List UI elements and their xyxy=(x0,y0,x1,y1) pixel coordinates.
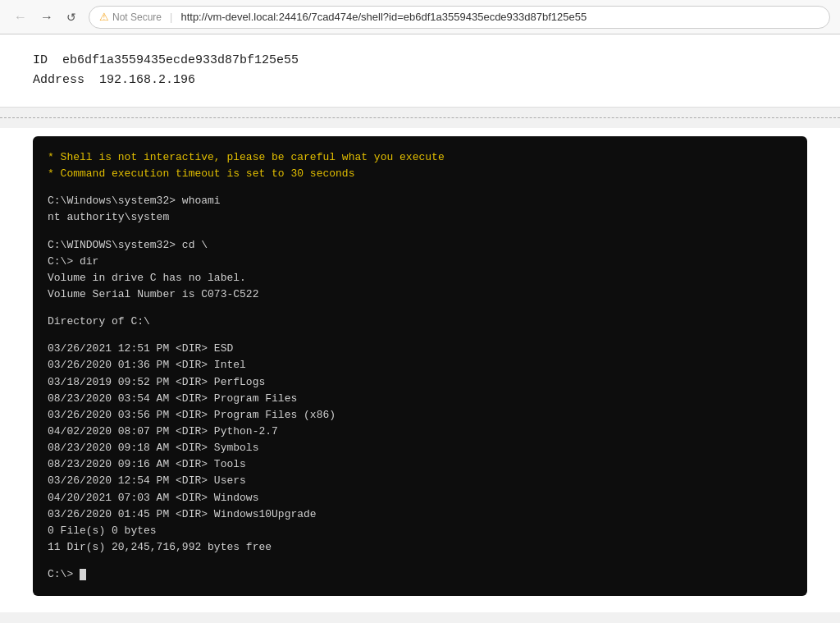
dir-entry: 03/26/2020 12:54 PM <DIR> Users xyxy=(48,473,792,489)
prompt-cd: C:\WINDOWS\system32> cd \ xyxy=(48,237,792,254)
cursor xyxy=(80,569,86,580)
prompt-dir: C:\> dir xyxy=(48,254,792,270)
dir-entry: 04/02/2020 08:07 PM <DIR> Python-2.7 xyxy=(48,424,792,440)
address-label: Address xyxy=(33,73,84,87)
divider xyxy=(0,117,840,118)
warn-line-2: * Command execution timeout is set to 30… xyxy=(48,166,792,182)
page-info: ID eb6df1a3559435ecde933d87bf125e55 Addr… xyxy=(0,34,840,108)
files-summary: 0 File(s) 0 bytes xyxy=(48,523,792,539)
vol-line-1: Volume in drive C has no label. xyxy=(48,270,792,286)
address-separator: | xyxy=(170,11,172,23)
blank-3 xyxy=(48,303,792,314)
terminal[interactable]: * Shell is not interactive, please be ca… xyxy=(33,136,807,596)
id-label: ID xyxy=(33,53,48,67)
address-bar[interactable]: ⚠ Not Secure | http://vm-devel.local:244… xyxy=(89,6,830,29)
prompt-whoami: C:\Windows\system32> whoami xyxy=(48,193,792,209)
terminal-wrapper: * Shell is not interactive, please be ca… xyxy=(0,128,840,612)
address-value: 192.168.2.196 xyxy=(99,73,195,87)
browser-chrome: ← → ↺ ⚠ Not Secure | http://vm-devel.loc… xyxy=(0,0,840,34)
id-value: eb6df1a3559435ecde933d87bf125e55 xyxy=(62,53,299,67)
address-url: http://vm-devel.local:24416/7cad474e/she… xyxy=(180,11,587,23)
address-line: Address 192.168.2.196 xyxy=(33,71,807,90)
vol-line-2: Volume Serial Number is C073-C522 xyxy=(48,286,792,303)
dir-header: Directory of C:\ xyxy=(48,314,792,330)
dir-entry: 03/26/2020 01:45 PM <DIR> Windows10Upgra… xyxy=(48,506,792,523)
whoami-result: nt authority\system xyxy=(48,209,792,226)
not-secure-label: Not Secure xyxy=(112,11,162,23)
final-prompt-line: C:\> xyxy=(48,566,792,583)
blank-5 xyxy=(48,556,792,566)
dir-entry: 08/23/2020 03:54 AM <DIR> Program Files xyxy=(48,391,792,407)
warning-icon: ⚠ xyxy=(99,11,109,23)
dirs-summary: 11 Dir(s) 20,245,716,992 bytes free xyxy=(48,539,792,556)
warn-line-1: * Shell is not interactive, please be ca… xyxy=(48,149,792,166)
dir-entry: 08/23/2020 09:18 AM <DIR> Symbols xyxy=(48,440,792,456)
blank-2 xyxy=(48,227,792,237)
forward-button[interactable]: → xyxy=(36,8,57,26)
dir-entry: 08/23/2020 09:16 AM <DIR> Tools xyxy=(48,456,792,473)
reload-button[interactable]: ↺ xyxy=(62,9,80,25)
not-secure-badge: ⚠ Not Secure xyxy=(99,11,162,23)
nav-buttons: ← → ↺ xyxy=(10,8,80,26)
blank-4 xyxy=(48,330,792,341)
dir-entry: 04/20/2021 07:03 AM <DIR> Windows xyxy=(48,490,792,506)
id-line: ID eb6df1a3559435ecde933d87bf125e55 xyxy=(33,51,807,71)
dir-entry: 03/26/2020 01:36 PM <DIR> Intel xyxy=(48,357,792,373)
blank-1 xyxy=(48,182,792,193)
dir-entry: 03/26/2021 12:51 PM <DIR> ESD xyxy=(48,341,792,357)
final-prompt-text: C:\> xyxy=(48,568,80,580)
dir-entry: 03/18/2019 09:52 PM <DIR> PerfLogs xyxy=(48,374,792,391)
dir-entry: 03/26/2020 03:56 PM <DIR> Program Files … xyxy=(48,407,792,424)
back-button[interactable]: ← xyxy=(10,8,31,26)
dir-entries: 03/26/2021 12:51 PM <DIR> ESD03/26/2020 … xyxy=(48,341,792,523)
